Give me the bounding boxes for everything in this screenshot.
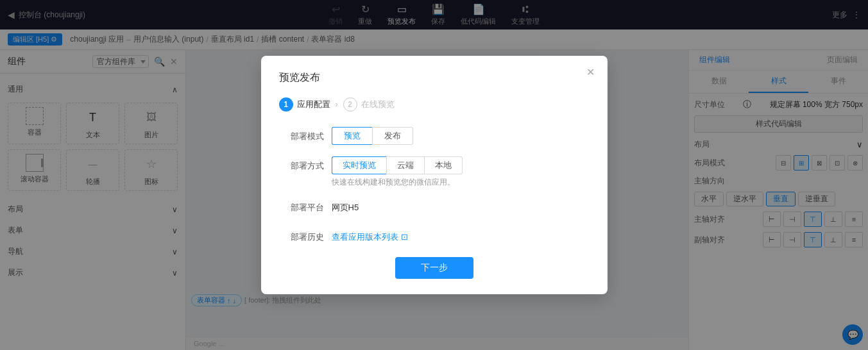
history-control: 查看应用版本列表 ⊡ <box>332 228 590 247</box>
realtime-preview-btn[interactable]: 实时预览 <box>332 156 386 174</box>
deploy-type-control: 实时预览 云端 本地 快速在线构建和预览您的微信应用。 <box>332 156 590 188</box>
deploy-mode-row: 部署模式 预览 发布 <box>279 127 590 146</box>
preview-option[interactable]: 预览 <box>332 127 372 145</box>
deploy-hint: 快速在线构建和预览您的微信应用。 <box>332 177 590 188</box>
deploy-mode-label: 部署模式 <box>279 127 324 146</box>
step-2-num: 2 <box>343 97 357 112</box>
deploy-mode-buttons: 预览 发布 <box>332 127 590 145</box>
step-1-label: 应用配置 <box>297 99 330 110</box>
deploy-mode-control: 预览 发布 <box>332 127 590 145</box>
preview-publish-modal: 预览发布 ✕ 1 应用配置 › 2 在线预览 部署模式 预览 发布 <box>261 56 608 294</box>
next-btn-container: 下一步 <box>279 257 590 279</box>
platform-value: 网页H5 <box>332 203 359 212</box>
history-label: 部署历史 <box>279 228 324 247</box>
platform-label: 部署平台 <box>279 198 324 217</box>
modal-title: 预览发布 <box>279 71 590 85</box>
external-link-icon: ⊡ <box>401 228 408 247</box>
modal-overlay[interactable]: 预览发布 ✕ 1 应用配置 › 2 在线预览 部署模式 预览 发布 <box>0 0 868 350</box>
cloud-btn[interactable]: 云端 <box>386 156 425 174</box>
history-row: 部署历史 查看应用版本列表 ⊡ <box>279 228 590 247</box>
local-btn[interactable]: 本地 <box>425 156 463 174</box>
step-2: 2 在线预览 <box>343 97 395 112</box>
platform-control: 网页H5 <box>332 198 590 217</box>
modal-close-button[interactable]: ✕ <box>586 66 595 78</box>
deploy-type-row: 部署方式 实时预览 云端 本地 快速在线构建和预览您的微信应用。 <box>279 156 590 188</box>
step-1: 1 应用配置 <box>279 97 330 112</box>
next-step-button[interactable]: 下一步 <box>395 257 473 279</box>
step-1-num: 1 <box>279 97 293 112</box>
step-arrow: › <box>336 100 338 109</box>
history-link[interactable]: 查看应用版本列表 ⊡ <box>332 228 590 247</box>
step-2-label: 在线预览 <box>361 99 395 110</box>
steps: 1 应用配置 › 2 在线预览 <box>279 97 590 112</box>
platform-row: 部署平台 网页H5 <box>279 198 590 217</box>
history-link-text: 查看应用版本列表 <box>332 228 398 247</box>
deploy-type-buttons: 实时预览 云端 本地 <box>332 156 590 174</box>
deploy-type-label: 部署方式 <box>279 156 324 176</box>
publish-option[interactable]: 发布 <box>372 127 413 145</box>
